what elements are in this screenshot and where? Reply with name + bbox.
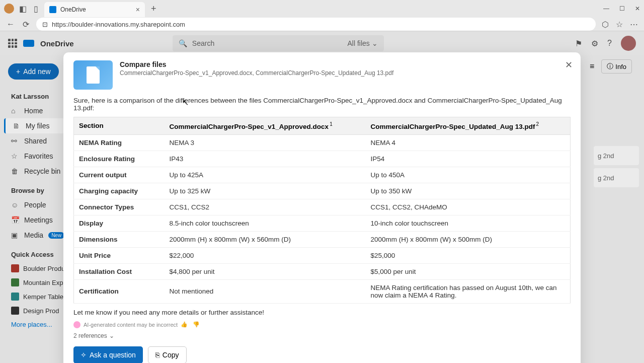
row-val-a: CCS1, CCS2 (165, 199, 366, 215)
row-section: Installation Cost (74, 263, 165, 279)
thumbs-down-icon[interactable]: 👎 (193, 321, 200, 328)
row-val-a: $22,000 (165, 247, 366, 263)
row-val-a: IP43 (165, 151, 366, 167)
browser-profile-icon[interactable] (4, 4, 14, 14)
onedrive-favicon (49, 6, 56, 13)
th-section: Section (74, 117, 165, 135)
row-val-b: IP54 (366, 151, 571, 167)
row-val-a: Up to 325 kW (165, 183, 366, 199)
row-section: Unit Price (74, 247, 165, 263)
row-section: Connector Types (74, 199, 165, 215)
modal-overlay: ✕ Compare files CommercialChargerPro-Spe… (0, 31, 644, 363)
thumbs-up-icon[interactable]: 👍 (181, 321, 188, 328)
close-icon[interactable]: ✕ (565, 59, 573, 70)
copy-icon: ⎘ (155, 351, 159, 359)
table-row: Dimensions2000mm (H) x 800mm (W) x 560mm… (74, 231, 571, 247)
comparison-table: Section CommercialChargerPro-Spec_v1_App… (73, 117, 571, 304)
address-bar[interactable]: ⊡ https://boulder-innovations.my.sharepo… (36, 18, 596, 31)
row-val-a: Not mentioned (165, 279, 366, 303)
row-val-b: NEMA Rating certification has passed on … (366, 279, 571, 303)
refresh-button[interactable]: ⟳ (21, 20, 30, 29)
extensions-icon[interactable]: ⬡ (602, 20, 609, 29)
chevron-down-icon: ⌄ (109, 332, 114, 339)
modal-subtitle: CommercialChargerPro-Spec_v1_Approved.do… (120, 69, 393, 77)
close-window-button[interactable]: ✕ (635, 5, 640, 12)
row-val-a: Up to 425A (165, 167, 366, 183)
tab-bar: ◧ ▯ OneDrive × + — ☐ ✕ (0, 0, 644, 17)
maximize-button[interactable]: ☐ (619, 5, 625, 12)
row-section: Enclosure Rating (74, 151, 165, 167)
menu-icon[interactable]: ⋯ (630, 20, 638, 29)
table-row: Unit Price$22,000$25,000 (74, 247, 571, 263)
site-info-icon[interactable]: ⊡ (42, 21, 48, 28)
minimize-button[interactable]: — (603, 5, 609, 12)
table-row: Display8.5-inch color touchscreen10-inch… (74, 215, 571, 231)
back-button[interactable]: ← (6, 20, 15, 29)
table-row: Enclosure RatingIP43IP54 (74, 151, 571, 167)
table-row: Current outputUp to 425AUp to 450A (74, 167, 571, 183)
tab-actions-icon[interactable]: ▯ (31, 4, 40, 13)
copy-button[interactable]: ⎘ Copy (148, 346, 187, 364)
compare-files-modal: ✕ Compare files CommercialChargerPro-Spe… (63, 52, 581, 363)
row-val-b: Up to 350 kW (366, 183, 571, 199)
close-tab-icon[interactable]: × (136, 6, 140, 14)
references-toggle[interactable]: 2 references ⌄ (73, 332, 571, 339)
new-tab-button[interactable]: + (149, 2, 158, 16)
row-val-b: Up to 450A (366, 167, 571, 183)
row-section: Dimensions (74, 231, 165, 247)
address-bar-row: ← ⟳ ⊡ https://boulder-innovations.my.sha… (0, 17, 644, 31)
table-row: Charging capacityUp to 325 kWUp to 350 k… (74, 183, 571, 199)
browser-chrome: ◧ ▯ OneDrive × + — ☐ ✕ ← ⟳ ⊡ https://bou… (0, 0, 644, 31)
ask-question-button[interactable]: ✧ Ask a question (73, 346, 143, 364)
table-row: Connector TypesCCS1, CCS2CCS1, CCS2, CHA… (74, 199, 571, 215)
table-row: NEMA RatingNEMA 3NEMA 4 (74, 134, 571, 151)
document-thumb-icon (73, 60, 113, 90)
row-val-b: NEMA 4 (366, 134, 571, 151)
row-val-b: $25,000 (366, 247, 571, 263)
row-section: Certification (74, 279, 165, 303)
table-row: Installation Cost$4,800 per unit$5,000 p… (74, 263, 571, 279)
row-val-a: 2000mm (H) x 800mm (W) x 560mm (D) (165, 231, 366, 247)
th-col-a: CommercialChargerPro-Spec_v1_Approved.do… (165, 117, 366, 135)
sparkle-icon: ✧ (80, 351, 87, 359)
row-section: NEMA Rating (74, 134, 165, 151)
modal-outro: Let me know if you need any more details… (73, 309, 571, 316)
modal-title: Compare files (120, 60, 393, 68)
row-val-b: 2000mm (H) x 800mm (W) x 500mm (D) (366, 231, 571, 247)
row-val-a: 8.5-inch color touchscreen (165, 215, 366, 231)
th-col-b: CommercialChargerPro-Spec_Updated_Aug 13… (366, 117, 571, 135)
table-row: CertificationNot mentionedNEMA Rating ce… (74, 279, 571, 303)
row-section: Charging capacity (74, 183, 165, 199)
row-val-b: CCS1, CCS2, CHAdeMO (366, 199, 571, 215)
modal-intro: Sure, here is a comparison of the differ… (73, 97, 571, 112)
browser-tab[interactable]: OneDrive × (44, 2, 145, 17)
row-val-b: 10-inch color touchscreen (366, 215, 571, 231)
row-val-a: $4,800 per unit (165, 263, 366, 279)
row-val-a: NEMA 3 (165, 134, 366, 151)
workspaces-icon[interactable]: ◧ (18, 4, 27, 13)
row-section: Current output (74, 167, 165, 183)
ai-disclaimer: AI-generated content may be incorrect 👍 … (73, 321, 571, 328)
row-val-b: $5,000 per unit (366, 263, 571, 279)
favorites-icon[interactable]: ☆ (616, 20, 623, 29)
url-text: https://boulder-innovations.my.sharepoin… (52, 21, 185, 28)
sparkle-icon (73, 321, 80, 328)
row-section: Display (74, 215, 165, 231)
tab-title: OneDrive (60, 6, 132, 13)
